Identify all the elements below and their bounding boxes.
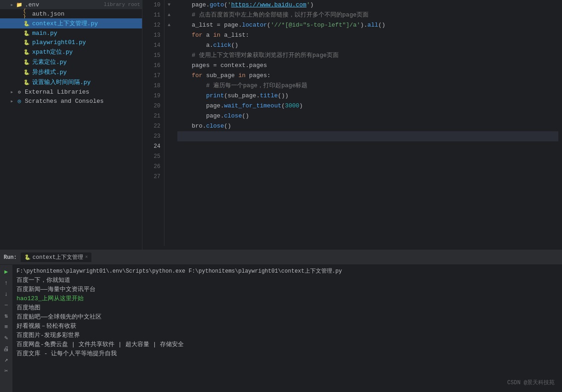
folder-icon: 📁 bbox=[16, 1, 23, 8]
sidebar-item-env[interactable]: 📁 .env library root bbox=[0, 0, 142, 9]
sidebar: 📁 .env library root { } auth.json 🐍 cont… bbox=[0, 0, 142, 250]
run-tab-context[interactable]: 🐍 context上下文管理 × bbox=[21, 252, 91, 262]
output-wrapper: F:\pythonitems\playwright01\.env\Scripts… bbox=[13, 265, 562, 392]
code-line-15: # 使用上下文管理对象获取浏览器打开的所有page页面 bbox=[177, 50, 558, 61]
sidebar-label-main: main.py bbox=[32, 30, 140, 37]
sidebar-item-async[interactable]: 🐍 异步模式.py bbox=[0, 67, 142, 77]
code-lines[interactable]: page.goto('https://www.baidu.com') # 点击百… bbox=[174, 0, 562, 246]
edit-button[interactable]: ✎ bbox=[1, 333, 11, 343]
sidebar-label-context: context上下文管理.py bbox=[32, 19, 140, 28]
settings-button[interactable]: — bbox=[1, 300, 11, 310]
sort-button[interactable]: ⇅ bbox=[1, 311, 11, 321]
py-icon-async: 🐍 bbox=[23, 68, 30, 76]
run-tab-bar: Run: 🐍 context上下文管理 × bbox=[0, 250, 562, 265]
bottom-content-area: ▶ ↑ ↓ — ⇅ ≡ ✎ 🖨 ↗ ✂ F:\pythonitems\playw… bbox=[0, 265, 562, 392]
arrow-scratches bbox=[9, 98, 15, 104]
spacer-icon8 bbox=[17, 79, 22, 85]
run-tab-label: context上下文管理 bbox=[33, 253, 83, 261]
py-icon-element: 🐍 bbox=[23, 58, 30, 66]
ext-libs-icon: ⚙ bbox=[16, 88, 23, 95]
spacer-icon6 bbox=[17, 59, 22, 65]
scratches-icon: ◎ bbox=[16, 97, 23, 105]
py-tab-icon: 🐍 bbox=[24, 254, 31, 260]
code-line-18: # 遍历每一个page，打印起page标题 bbox=[177, 81, 558, 91]
sidebar-label-scratches: Scratches and Consoles bbox=[25, 98, 140, 105]
sidebar-item-ext-libs[interactable]: ⚙ External Libraries bbox=[0, 87, 142, 96]
sidebar-item-auth-json[interactable]: { } auth.json bbox=[0, 9, 142, 18]
sidebar-item-settings-file[interactable]: 🐍 设置输入时间间隔.py bbox=[0, 77, 142, 87]
gutter: ▼ ▲ ▲ bbox=[165, 0, 174, 246]
code-line-10: page.goto('https://www.baidu.com') bbox=[177, 0, 558, 10]
py-icon-playwright: 🐍 bbox=[23, 39, 30, 46]
sidebar-label-xpath: xpath定位.py bbox=[32, 48, 140, 56]
output-line-5: 百度贴吧——全球领先的中文社区 bbox=[17, 313, 558, 322]
code-container[interactable]: 10 11 12 13 14 15 16 17 18 19 20 21 22 2… bbox=[142, 0, 562, 246]
run-button[interactable]: ▶ bbox=[1, 267, 11, 277]
close-tab-button[interactable]: × bbox=[85, 255, 88, 260]
output-area[interactable]: F:\pythonitems\playwright01\.env\Scripts… bbox=[13, 265, 562, 392]
output-line-9: 百度文库 - 让每个人平等地提升自我 bbox=[17, 349, 558, 358]
line-numbers: 10 11 12 13 14 15 16 17 18 19 20 21 22 2… bbox=[142, 0, 165, 246]
code-line-14: a.click() bbox=[177, 40, 558, 50]
sidebar-label-async: 异步模式.py bbox=[32, 68, 140, 76]
sidebar-item-element[interactable]: 🐍 元素定位.py bbox=[0, 57, 142, 67]
code-line-21: page.wait_for_timeout(3000) bbox=[177, 101, 558, 111]
spacer-icon3 bbox=[17, 30, 22, 36]
arrow-ext-libs bbox=[9, 89, 15, 95]
up-button[interactable]: ↑ bbox=[1, 278, 11, 288]
code-line-13: for a in a_list: bbox=[177, 30, 558, 40]
py-icon-main: 🐍 bbox=[23, 29, 30, 37]
spacer-icon2 bbox=[17, 21, 22, 26]
code-line-22: page.close() bbox=[177, 111, 558, 121]
sidebar-label-env: .env bbox=[25, 1, 101, 8]
spacer-icon4 bbox=[17, 39, 22, 45]
sidebar-label-ext-libs: External Libraries bbox=[25, 89, 140, 95]
run-toolbar: ▶ ↑ ↓ — ⇅ ≡ ✎ 🖨 ↗ ✂ bbox=[0, 265, 13, 392]
sidebar-item-scratches[interactable]: ◎ Scratches and Consoles bbox=[0, 96, 142, 106]
code-line-23: bro.close() bbox=[177, 121, 558, 131]
collapse-button[interactable]: ≡ bbox=[1, 322, 11, 332]
editor-area: 10 11 12 13 14 15 16 17 18 19 20 21 22 2… bbox=[142, 0, 562, 250]
sidebar-item-xpath[interactable]: 🐍 xpath定位.py bbox=[0, 47, 142, 57]
json-file-icon: { } bbox=[23, 10, 30, 17]
sidebar-item-playwright01[interactable]: 🐍 playwright01.py bbox=[0, 38, 142, 47]
sidebar-label-element: 元素定位.py bbox=[32, 58, 140, 66]
main-area: 📁 .env library root { } auth.json 🐍 cont… bbox=[0, 0, 562, 250]
output-cmd-line: F:\pythonitems\playwright01\.env\Scripts… bbox=[17, 267, 558, 276]
output-line-8: 百度网盘-免费云盘 | 文件共享软件 | 超大容量 | 存储安全 bbox=[17, 340, 558, 349]
run-label: Run: bbox=[4, 254, 17, 261]
open-external-button[interactable]: ↗ bbox=[1, 355, 11, 365]
sidebar-item-context-file[interactable]: 🐍 context上下文管理.py bbox=[0, 18, 142, 28]
output-line-6: 好看视频－轻松有收获 bbox=[17, 322, 558, 331]
spacer-icon5 bbox=[17, 49, 22, 55]
sidebar-label-auth: auth.json bbox=[32, 11, 140, 17]
arrow-icon bbox=[9, 2, 15, 7]
sidebar-label-settings-file: 设置输入时间间隔.py bbox=[32, 78, 140, 86]
library-root-badge: library root bbox=[104, 2, 140, 7]
spacer-icon bbox=[17, 11, 22, 17]
py-icon-xpath: 🐍 bbox=[23, 48, 30, 56]
code-line-24 bbox=[177, 131, 558, 141]
output-line-1: 百度一下，你就知道 bbox=[17, 276, 558, 285]
code-line-11: # 点击百度首页中左上角的全部链接，以打开多个不同的page页面 bbox=[177, 10, 558, 20]
py-file-icon: 🐍 bbox=[23, 20, 30, 27]
output-line-3: hao123_上网从这里开始 bbox=[17, 294, 558, 303]
cut-button[interactable]: ✂ bbox=[1, 366, 11, 376]
print-button[interactable]: 🖨 bbox=[1, 344, 11, 354]
output-line-4: 百度地图 bbox=[17, 303, 558, 313]
code-line-19: print(sub_page.title()) bbox=[177, 91, 558, 101]
bottom-panel: Run: 🐍 context上下文管理 × ▶ ↑ ↓ — ⇅ ≡ ✎ 🖨 ↗ … bbox=[0, 250, 562, 392]
watermark: CSDN @景天科技苑 bbox=[507, 379, 555, 386]
horizontal-scrollbar[interactable] bbox=[142, 246, 562, 250]
down-button[interactable]: ↓ bbox=[1, 289, 11, 299]
code-line-17: for sub_page in pages: bbox=[177, 71, 558, 81]
py-icon-settings: 🐍 bbox=[23, 78, 30, 86]
code-line-12: a_list = page.locator('//*[@id="s-top-le… bbox=[177, 20, 558, 30]
sidebar-label-playwright: playwright01.py bbox=[32, 39, 140, 46]
code-line-16: pages = context.pages bbox=[177, 61, 558, 71]
spacer-icon7 bbox=[17, 69, 22, 75]
sidebar-item-main[interactable]: 🐍 main.py bbox=[0, 28, 142, 38]
output-line-2: 百度新闻——海量中文资讯平台 bbox=[17, 285, 558, 294]
output-line-7: 百度图片-发现多彩世界 bbox=[17, 331, 558, 340]
